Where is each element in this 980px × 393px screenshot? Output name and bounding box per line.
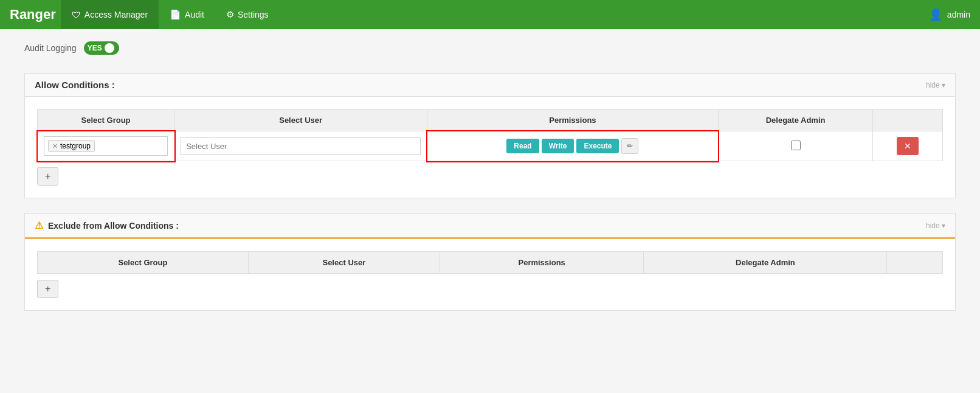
settings-icon: ⚙ — [226, 9, 234, 20]
btn-edit-permissions[interactable]: ✏ — [621, 138, 638, 154]
nav-settings-label: Settings — [238, 10, 269, 19]
select-user-input[interactable] — [181, 137, 421, 155]
allow-conditions-hide[interactable]: hide ▾ — [926, 81, 945, 89]
exclude-conditions-title: Exclude from Allow Conditions : — [48, 221, 179, 231]
btn-add-allow-condition[interactable]: + — [37, 167, 58, 186]
exc-th-select-group: Select Group — [38, 252, 249, 274]
allow-conditions-header: Allow Conditions : hide ▾ — [25, 74, 955, 97]
th-actions — [873, 110, 943, 131]
navbar-right: 👤 admin — [929, 8, 970, 21]
exclude-conditions-section: ⚠ Exclude from Allow Conditions : hide ▾… — [24, 213, 956, 311]
btn-write[interactable]: Write — [542, 139, 575, 153]
nav-audit[interactable]: 📄 Audit — [159, 0, 215, 29]
audit-logging-row: Audit Logging YES — [24, 41, 956, 55]
brand-logo: Ranger — [10, 7, 56, 23]
select-group-cell[interactable]: ✕ testgroup — [38, 131, 174, 161]
btn-read[interactable]: Read — [506, 139, 539, 153]
exclude-conditions-hide[interactable]: hide ▾ — [926, 221, 945, 230]
nav-access-manager[interactable]: 🛡 Access Manager — [61, 0, 159, 29]
toggle-circle — [105, 43, 114, 53]
exclude-title-wrapper: ⚠ Exclude from Allow Conditions : — [35, 220, 179, 231]
navbar: Ranger 🛡 Access Manager 📄 Audit ⚙ Settin… — [0, 0, 980, 29]
delegate-admin-cell — [718, 131, 873, 161]
btn-execute[interactable]: Execute — [576, 139, 619, 153]
access-manager-icon: 🛡 — [72, 10, 81, 20]
exclude-conditions-header: ⚠ Exclude from Allow Conditions : hide ▾ — [25, 214, 955, 239]
exc-th-select-user: Select User — [248, 252, 440, 274]
main-content: Audit Logging YES Allow Conditions : hid… — [0, 29, 980, 338]
exclude-conditions-table: Select Group Select User Permissions Del… — [37, 251, 943, 274]
th-delegate-admin: Delegate Admin — [718, 110, 873, 131]
exclude-table-header-row: Select Group Select User Permissions Del… — [38, 252, 943, 274]
btn-delete-row[interactable]: ✕ — [897, 137, 919, 155]
th-permissions: Permissions — [427, 110, 719, 131]
btn-add-exclude-condition[interactable]: + — [37, 280, 58, 298]
exc-th-delegate-admin: Delegate Admin — [644, 252, 887, 274]
allow-conditions-title: Allow Conditions : — [35, 80, 115, 90]
tag-remove-icon[interactable]: ✕ — [52, 142, 58, 150]
actions-cell: ✕ — [873, 131, 943, 161]
allow-conditions-table: Select Group Select User Permissions Del… — [37, 109, 943, 161]
allow-conditions-body: Select Group Select User Permissions Del… — [25, 97, 955, 198]
tag-label: testgroup — [60, 142, 91, 150]
allow-conditions-section: Allow Conditions : hide ▾ Select Group S… — [24, 73, 956, 198]
nav-access-manager-label: Access Manager — [85, 10, 148, 19]
exc-th-permissions: Permissions — [440, 252, 644, 274]
user-avatar-icon: 👤 — [929, 8, 942, 21]
nav-links: 🛡 Access Manager 📄 Audit ⚙ Settings — [61, 0, 929, 29]
select-user-cell[interactable] — [174, 131, 427, 161]
select-group-input[interactable]: ✕ testgroup — [44, 136, 168, 156]
th-select-group: Select Group — [38, 110, 174, 131]
audit-logging-toggle[interactable]: YES — [84, 41, 119, 55]
exc-th-actions — [887, 252, 943, 274]
audit-icon: 📄 — [170, 9, 181, 20]
table-row: ✕ testgroup Read Write — [38, 131, 943, 161]
nav-settings[interactable]: ⚙ Settings — [215, 0, 280, 29]
warning-icon: ⚠ — [35, 220, 43, 231]
exclude-conditions-body: Select Group Select User Permissions Del… — [25, 239, 955, 310]
admin-label: admin — [947, 10, 970, 19]
delegate-admin-checkbox[interactable] — [791, 141, 801, 150]
audit-logging-label: Audit Logging — [24, 43, 77, 53]
th-select-user: Select User — [174, 110, 427, 131]
permissions-cell: Read Write Execute ✏ — [427, 131, 719, 161]
table-header-row: Select Group Select User Permissions Del… — [38, 110, 943, 131]
group-tag: ✕ testgroup — [48, 140, 95, 152]
toggle-yes-label: YES — [88, 44, 102, 52]
nav-audit-label: Audit — [185, 10, 204, 19]
permissions-buttons: Read Write Execute ✏ — [433, 138, 712, 154]
